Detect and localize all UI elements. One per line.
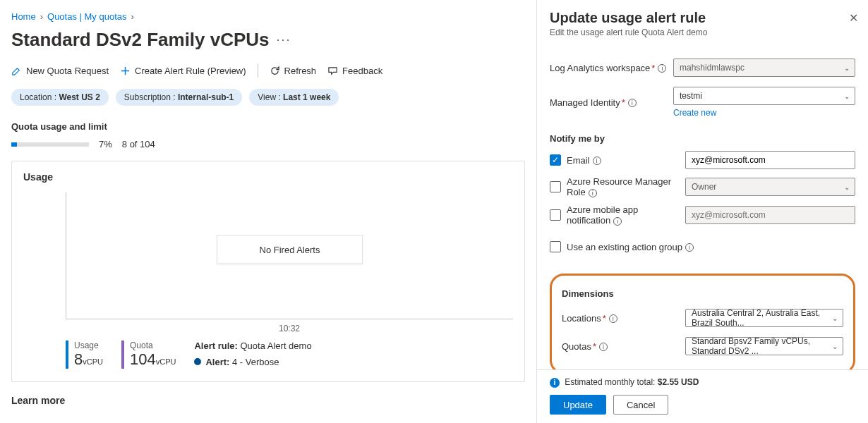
- law-label: Log Analytics workspace*i: [550, 63, 673, 73]
- push-checkbox[interactable]: [550, 209, 561, 221]
- filter-pills: Location : West US 2 Subscription : Inte…: [11, 89, 525, 106]
- quotas-select[interactable]: Standard Bpsv2 Family vCPUs, Standard DS…: [685, 337, 843, 355]
- pencil-icon: [11, 66, 22, 76]
- info-icon[interactable]: i: [599, 343, 608, 351]
- toolbar: New Quota Request Create Alert Rule (Pre…: [11, 63, 525, 78]
- arm-checkbox[interactable]: [550, 181, 561, 192]
- info-icon[interactable]: i: [613, 217, 622, 226]
- feedback-button[interactable]: Feedback: [327, 66, 382, 76]
- feedback-label: Feedback: [342, 66, 382, 76]
- usage-card: Usage No Fired Alerts 10:32 Usage 8vCPU …: [11, 161, 525, 382]
- no-alerts-banner: No Fired Alerts: [217, 235, 363, 264]
- stat-usage-label: Usage: [74, 341, 103, 350]
- info-icon[interactable]: i: [685, 243, 694, 252]
- side-panel: Update usage alert rule Edit the usage a…: [536, 0, 868, 423]
- quota-bar: [11, 142, 89, 147]
- breadcrumb: Home › Quotas | My quotas ›: [11, 11, 525, 22]
- refresh-button[interactable]: Refresh: [270, 66, 317, 76]
- page-title: Standard DSv2 Family vCPUs: [11, 29, 270, 51]
- pill-subscription[interactable]: Subscription : Internal-sub-1: [116, 89, 242, 106]
- mi-label: Managed Identity*i: [550, 97, 673, 108]
- info-icon[interactable]: i: [658, 64, 666, 73]
- action-group-label: Use an existing action groupi: [567, 242, 694, 252]
- dimensions-highlight: Dimensions Locations*i Australia Central…: [550, 274, 855, 369]
- new-quota-label: New Quota Request: [26, 66, 109, 76]
- panel-subtitle: Edit the usage alert rule Quota Alert de…: [550, 27, 855, 37]
- mi-select[interactable]: testmi: [673, 87, 855, 105]
- learn-more-heading: Learn more: [11, 395, 525, 406]
- x-axis-label: 10:32: [66, 324, 513, 333]
- cancel-button[interactable]: Cancel: [613, 395, 668, 415]
- email-checkbox[interactable]: [550, 154, 561, 166]
- plus-icon: [120, 66, 131, 76]
- refresh-label: Refresh: [284, 66, 317, 76]
- pill-location[interactable]: Location : West US 2: [11, 89, 109, 106]
- breadcrumb-sep: ›: [40, 11, 43, 22]
- email-input[interactable]: [685, 151, 855, 169]
- breadcrumb-quotas[interactable]: Quotas | My quotas: [47, 11, 127, 22]
- breadcrumb-sep: ›: [131, 11, 134, 22]
- refresh-icon: [270, 66, 280, 76]
- arm-select[interactable]: Owner: [685, 178, 855, 196]
- info-icon[interactable]: i: [609, 314, 617, 323]
- info-icon[interactable]: i: [628, 99, 637, 107]
- new-quota-button[interactable]: New Quota Request: [11, 66, 109, 76]
- push-label: Azure mobile app notificationi: [567, 204, 680, 226]
- info-icon[interactable]: i: [589, 189, 597, 197]
- stat-quota: Quota 104vCPU: [121, 341, 176, 369]
- locations-label: Locations*i: [562, 313, 685, 324]
- create-new-link[interactable]: Create new: [673, 108, 716, 118]
- legend-dot-icon: [194, 358, 201, 365]
- stat-usage: Usage 8vCPU: [66, 341, 103, 369]
- panel-title: Update usage alert rule: [550, 10, 855, 26]
- push-input[interactable]: [685, 206, 855, 224]
- dimensions-heading: Dimensions: [562, 288, 843, 299]
- breadcrumb-home[interactable]: Home: [11, 11, 36, 22]
- pill-view[interactable]: View : Last 1 week: [249, 89, 339, 106]
- info-icon[interactable]: i: [593, 157, 601, 165]
- stat-quota-value: 104: [130, 350, 156, 368]
- close-icon[interactable]: ✕: [849, 11, 858, 25]
- notify-heading: Notify me by: [550, 133, 855, 144]
- update-button[interactable]: Update: [550, 395, 606, 415]
- create-alert-label: Create Alert Rule (Preview): [135, 66, 246, 76]
- create-alert-button[interactable]: Create Alert Rule (Preview): [120, 66, 246, 76]
- quota-usage-heading: Quota usage and limit: [11, 121, 525, 132]
- email-label: Emaili: [567, 155, 680, 166]
- locations-select[interactable]: Australia Central 2, Australia East, Bra…: [685, 309, 843, 327]
- feedback-icon: [327, 66, 338, 76]
- chart-area[interactable]: No Fired Alerts: [66, 192, 513, 319]
- more-icon[interactable]: ···: [277, 32, 291, 47]
- quota-ratio: 8 of 104: [122, 139, 155, 149]
- law-select[interactable]: mahshidmlawspc: [673, 59, 855, 77]
- usage-card-title: Usage: [23, 171, 513, 183]
- quotas-label: Quotas*i: [562, 341, 685, 352]
- quota-percent: 7%: [99, 139, 112, 149]
- stat-usage-value: 8: [74, 350, 83, 368]
- arm-label: Azure Resource Manager Rolei: [567, 176, 680, 197]
- stat-quota-label: Quota: [130, 341, 176, 350]
- quota-bar-fill: [11, 142, 17, 147]
- alert-info: Alert rule: Quota Alert demo Alert: 4 - …: [194, 341, 311, 367]
- toolbar-separator: [258, 63, 258, 78]
- action-group-checkbox[interactable]: [550, 241, 561, 252]
- info-solid-icon: i: [550, 378, 560, 388]
- estimated-total: i Estimated monthly total: $2.55 USD: [550, 377, 855, 388]
